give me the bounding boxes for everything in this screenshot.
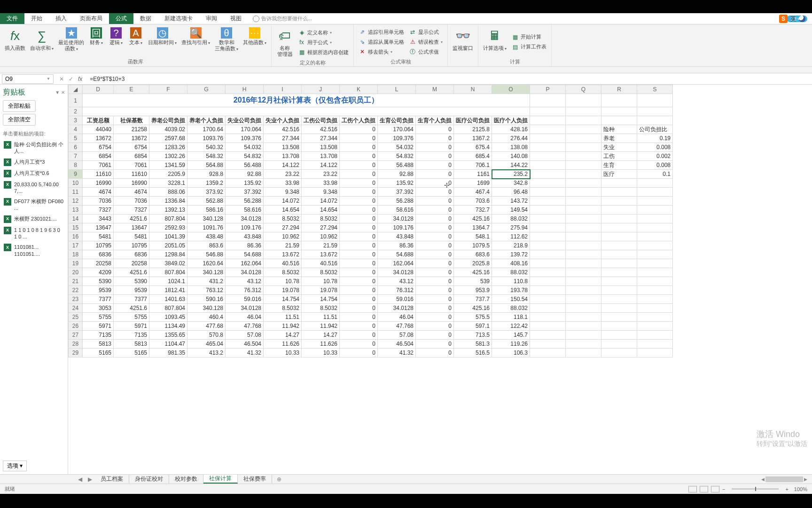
- cell[interactable]: 6754: [114, 143, 149, 152]
- cell[interactable]: 0: [416, 152, 454, 161]
- cell[interactable]: 9.348: [264, 188, 302, 197]
- cell[interactable]: 162.064: [226, 259, 264, 268]
- hscroll-track[interactable]: [765, 476, 803, 482]
- cell[interactable]: 863.6: [187, 241, 226, 250]
- clipboard-item[interactable]: X1101081... 1101051....: [3, 242, 65, 259]
- show-formulas-button[interactable]: ⇄显示公式: [407, 27, 445, 37]
- cell[interactable]: 7061: [114, 161, 149, 170]
- cell[interactable]: 143.72: [492, 197, 530, 206]
- use-in-formula-button[interactable]: fx用于公式 ▾: [296, 38, 351, 47]
- cell[interactable]: 44040: [83, 125, 114, 134]
- cell[interactable]: 5481: [83, 232, 114, 241]
- cell[interactable]: 0: [416, 322, 454, 331]
- cell[interactable]: 0: [340, 286, 378, 295]
- cell[interactable]: 218.9: [492, 241, 530, 250]
- cell[interactable]: 88.032: [492, 268, 530, 277]
- cell[interactable]: 5390: [114, 277, 149, 286]
- cell[interactable]: 11.51: [302, 313, 340, 322]
- cell[interactable]: 0: [416, 206, 454, 214]
- cell[interactable]: 13.508: [302, 143, 340, 152]
- cell[interactable]: 2597.68: [149, 134, 187, 143]
- cell[interactable]: 373.92: [187, 188, 226, 197]
- cell[interactable]: 11.942: [264, 322, 302, 331]
- cell[interactable]: 3053: [83, 304, 114, 313]
- row-header[interactable]: 14: [69, 214, 83, 223]
- cell[interactable]: 56.288: [226, 197, 264, 206]
- cell[interactable]: 0.002: [637, 152, 673, 161]
- cell[interactable]: 19.078: [302, 286, 340, 295]
- column-header[interactable]: G: [187, 85, 226, 94]
- cell[interactable]: 1302.26: [149, 152, 187, 161]
- cell[interactable]: 0: [416, 143, 454, 152]
- cell[interactable]: 20258: [83, 259, 114, 268]
- cell[interactable]: 140.08: [492, 152, 530, 161]
- column-header[interactable]: K: [340, 85, 378, 94]
- cell[interactable]: 0: [416, 134, 454, 143]
- cell[interactable]: 135.92: [378, 179, 416, 188]
- error-check-button[interactable]: ⚠错误检查 ▾: [407, 37, 445, 47]
- clipboard-item[interactable]: X人均月工资*0.6: [3, 168, 65, 179]
- column-header[interactable]: P: [530, 85, 566, 94]
- more-functions-button[interactable]: ⋯其他函数: [241, 26, 268, 57]
- column-header[interactable]: J: [302, 85, 340, 94]
- cell[interactable]: 477.68: [187, 322, 226, 331]
- select-all-button[interactable]: ◢: [69, 85, 83, 94]
- cell[interactable]: 10.962: [302, 232, 340, 241]
- column-header[interactable]: F: [149, 85, 187, 94]
- cell[interactable]: 13672: [114, 134, 149, 143]
- cell[interactable]: 11.626: [264, 340, 302, 349]
- cell[interactable]: 37.392: [378, 188, 416, 197]
- cell[interactable]: 807.804: [149, 304, 187, 313]
- cell[interactable]: 92.88: [226, 170, 264, 179]
- cell[interactable]: 11610: [83, 170, 114, 179]
- cell[interactable]: 0: [416, 170, 454, 179]
- cell[interactable]: 0: [416, 349, 454, 357]
- tab-pagelayout[interactable]: 页面布局: [73, 13, 109, 24]
- cell[interactable]: 0: [340, 295, 378, 304]
- cell[interactable]: 144.22: [492, 161, 530, 170]
- cell[interactable]: 14.754: [264, 295, 302, 304]
- tab-newtab[interactable]: 新建选项卡: [158, 13, 199, 24]
- cell[interactable]: 88.032: [492, 214, 530, 223]
- cell[interactable]: 0: [340, 161, 378, 170]
- cell[interactable]: 110.8: [492, 277, 530, 286]
- cell[interactable]: 109.176: [226, 223, 264, 232]
- cell[interactable]: 34.0128: [378, 268, 416, 277]
- row-header[interactable]: 17: [69, 241, 83, 250]
- cell[interactable]: 6854: [114, 152, 149, 161]
- autosum-button[interactable]: ∑自动求和: [28, 26, 55, 57]
- cell[interactable]: 13.708: [264, 152, 302, 161]
- cell[interactable]: 1041.39: [149, 232, 187, 241]
- cell[interactable]: 54.688: [378, 250, 416, 259]
- cell[interactable]: 413.2: [187, 349, 226, 357]
- sheet-nav-next-icon[interactable]: ▶: [85, 476, 95, 483]
- add-sheet-button[interactable]: ⊕: [272, 476, 286, 483]
- cell[interactable]: 2205.9: [149, 170, 187, 179]
- cell[interactable]: 981.35: [149, 349, 187, 357]
- cell[interactable]: 10795: [83, 241, 114, 250]
- cell[interactable]: 76.312: [378, 286, 416, 295]
- cell[interactable]: 675.4: [454, 143, 492, 152]
- cell[interactable]: 0: [416, 295, 454, 304]
- cell[interactable]: 0: [340, 152, 378, 161]
- cell[interactable]: 1104.47: [149, 340, 187, 349]
- row-header[interactable]: 5: [69, 134, 83, 143]
- cell[interactable]: 193.78: [492, 286, 530, 295]
- math-trig-button[interactable]: θ数学和 三角函数: [213, 26, 240, 57]
- cell[interactable]: 586.16: [187, 206, 226, 214]
- cell[interactable]: 13.508: [264, 143, 302, 152]
- cell[interactable]: 86.36: [226, 241, 264, 250]
- row-header[interactable]: 23: [69, 295, 83, 304]
- cell[interactable]: 737.7: [454, 295, 492, 304]
- cell[interactable]: 1699: [454, 179, 492, 188]
- cell[interactable]: 581.3: [454, 340, 492, 349]
- cell[interactable]: 0: [340, 214, 378, 223]
- row-header[interactable]: 10: [69, 179, 83, 188]
- sheet-tab[interactable]: 员工档案: [95, 475, 129, 484]
- cell[interactable]: 5390: [83, 277, 114, 286]
- cell[interactable]: 706.1: [454, 161, 492, 170]
- cell[interactable]: 713.5: [454, 331, 492, 340]
- cell[interactable]: 14.122: [264, 161, 302, 170]
- row-header[interactable]: 1: [69, 94, 83, 107]
- cell[interactable]: 0: [340, 143, 378, 152]
